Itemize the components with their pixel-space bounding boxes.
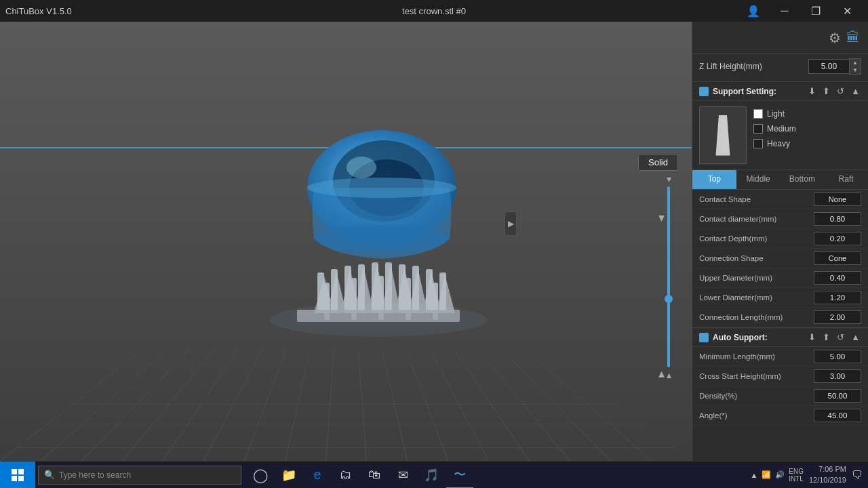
- solid-button[interactable]: Solid: [638, 154, 678, 171]
- start-button[interactable]: [0, 462, 35, 489]
- z-lift-down[interactable]: ▼: [850, 66, 861, 74]
- z-lift-input-wrap: ▲ ▼: [808, 58, 861, 75]
- medium-checkbox-row[interactable]: Medium: [753, 124, 796, 134]
- upper-diameter-row: Upper Diameter(mm) 0.40: [692, 268, 868, 288]
- panel-collapse-button[interactable]: ▶: [505, 211, 517, 236]
- connection-shape-value: Cone: [814, 251, 861, 265]
- light-checkbox-row[interactable]: Light: [753, 109, 796, 119]
- auto-import-icon[interactable]: ⬇: [807, 332, 817, 342]
- angle-value[interactable]: 45.00: [814, 409, 861, 422]
- support-reset-icon[interactable]: ↺: [835, 86, 846, 96]
- auto-reset-icon[interactable]: ↺: [835, 332, 846, 342]
- upper-diameter-label: Upper Diameter(mm): [699, 274, 772, 282]
- wifi-icon: 📶: [762, 470, 771, 479]
- user-icon[interactable]: 👤: [738, 0, 769, 22]
- taskbar-right: ▲ 📶 🔊 ENGINTL 7:06 PM 12/10/2019 🗨: [750, 464, 868, 485]
- support-setting-label: Support Setting:: [713, 87, 803, 96]
- clock-date: 12/10/2019: [809, 475, 846, 485]
- cross-start-label: Cross Start Height(mm): [699, 372, 781, 380]
- contact-diameter-value[interactable]: 0.80: [814, 212, 861, 226]
- slider-thumb[interactable]: [665, 295, 673, 303]
- svg-rect-34: [18, 469, 24, 474]
- support-import-icon[interactable]: ⬇: [807, 86, 817, 96]
- contact-depth-label: Contact Depth(mm): [699, 235, 767, 243]
- auto-collapse-icon[interactable]: ▲: [850, 332, 861, 342]
- titlebar-controls: 👤 ─ ❐ ✕: [738, 0, 863, 22]
- vertical-slider[interactable]: ▾ ▴: [665, 174, 673, 380]
- connection-length-value[interactable]: 2.00: [814, 310, 861, 324]
- light-checkbox[interactable]: [753, 109, 763, 119]
- tab-middle[interactable]: Middle: [736, 170, 781, 189]
- z-lift-section: Z Lift Height(mm) ▲ ▼: [692, 54, 868, 82]
- volume-icon[interactable]: 🔊: [775, 470, 785, 479]
- tab-top[interactable]: Top: [692, 170, 736, 189]
- svg-point-32: [347, 157, 376, 178]
- heavy-checkbox-row[interactable]: Heavy: [753, 139, 796, 148]
- viewport-up-chevron[interactable]: ▴: [658, 366, 665, 381]
- auto-support-icon: [699, 333, 709, 342]
- clock[interactable]: 7:06 PM 12/10/2019: [809, 464, 846, 485]
- contact-depth-value[interactable]: 0.20: [814, 232, 861, 245]
- crown-model-svg: [216, 76, 541, 361]
- support-setting-icon: [699, 87, 709, 96]
- upper-diameter-value[interactable]: 0.40: [814, 271, 861, 285]
- grid-overlay: [0, 350, 692, 461]
- keyboard-icon: ENGINTL: [789, 468, 804, 483]
- support-export-icon[interactable]: ⬆: [821, 86, 831, 96]
- min-length-value[interactable]: 5.00: [814, 350, 861, 363]
- support-collapse-icon[interactable]: ▲: [850, 86, 861, 96]
- taskbar-files-icon[interactable]: 📁: [275, 462, 302, 489]
- tab-bottom[interactable]: Bottom: [781, 170, 825, 189]
- search-placeholder-text: Type here to search: [59, 470, 131, 480]
- taskbar-mail-icon[interactable]: ✉: [389, 462, 416, 489]
- svg-rect-35: [12, 476, 17, 481]
- taskbar-app-icon[interactable]: 〜: [446, 462, 473, 489]
- support-type-checkboxes: Light Medium Heavy: [753, 106, 796, 148]
- auto-export-icon[interactable]: ⬆: [821, 332, 831, 342]
- taskbar-vlc-icon[interactable]: 🎵: [418, 462, 445, 489]
- svg-marker-25: [436, 274, 455, 313]
- lower-diameter-label: Lower Diameter(mm): [699, 293, 772, 302]
- connection-length-label: Connection Length(mm): [699, 313, 783, 321]
- svg-rect-36: [18, 476, 24, 481]
- minimize-button[interactable]: ─: [769, 0, 800, 22]
- clock-time: 7:06 PM: [809, 464, 846, 474]
- support-preview-shape: [713, 115, 733, 156]
- lower-diameter-value[interactable]: 1.20: [814, 291, 861, 304]
- cross-start-row: Cross Start Height(mm) 3.00: [692, 367, 868, 386]
- taskbar-store-icon[interactable]: 🛍: [361, 462, 388, 489]
- slider-down-arrow[interactable]: ▴: [667, 370, 671, 380]
- restore-button[interactable]: ❐: [800, 0, 831, 22]
- slider-up-arrow[interactable]: ▾: [667, 174, 671, 184]
- connection-shape-row: Connection Shape Cone: [692, 249, 868, 268]
- tray-up-arrow[interactable]: ▲: [750, 471, 757, 479]
- svg-rect-33: [12, 469, 17, 474]
- search-bar[interactable]: 🔍 Type here to search: [38, 466, 241, 485]
- z-lift-input[interactable]: [808, 59, 849, 74]
- taskbar-explorer-icon[interactable]: 🗂: [332, 462, 359, 489]
- taskbar-edge-icon[interactable]: e: [304, 462, 331, 489]
- support-setting-header: Support Setting: ⬇ ⬆ ↺ ▲: [692, 82, 868, 101]
- system-tray: ▲ 📶 🔊 ENGINTL: [750, 468, 804, 483]
- heavy-checkbox[interactable]: [753, 139, 763, 148]
- auto-support-label: Auto Support:: [713, 333, 803, 342]
- close-button[interactable]: ✕: [831, 0, 863, 22]
- 3d-viewport[interactable]: Solid ▾ ▴ ▶ ▾ ▴: [0, 22, 692, 461]
- panel-top-icons: ⚙ 🏛: [692, 22, 868, 54]
- svg-rect-26: [297, 310, 460, 322]
- contact-shape-label: Contact Shape: [699, 195, 751, 203]
- notification-button[interactable]: 🗨: [852, 469, 863, 481]
- support-icon[interactable]: 🏛: [846, 30, 860, 45]
- medium-checkbox[interactable]: [753, 124, 763, 134]
- angle-row: Angle(*) 45.00: [692, 406, 868, 426]
- density-value[interactable]: 50.00: [814, 389, 861, 403]
- window-title: test crown.stl #0: [402, 6, 466, 16]
- taskbar-cortana-icon[interactable]: ◯: [247, 462, 274, 489]
- tab-raft[interactable]: Raft: [824, 170, 868, 189]
- settings-icon[interactable]: ⚙: [829, 30, 841, 46]
- z-lift-up[interactable]: ▲: [850, 59, 861, 66]
- lower-diameter-row: Lower Diameter(mm) 1.20: [692, 288, 868, 308]
- app-title: ChiTuBox V1.5.0: [5, 6, 72, 16]
- cross-start-value[interactable]: 3.00: [814, 369, 861, 383]
- viewport-down-chevron[interactable]: ▾: [658, 210, 665, 225]
